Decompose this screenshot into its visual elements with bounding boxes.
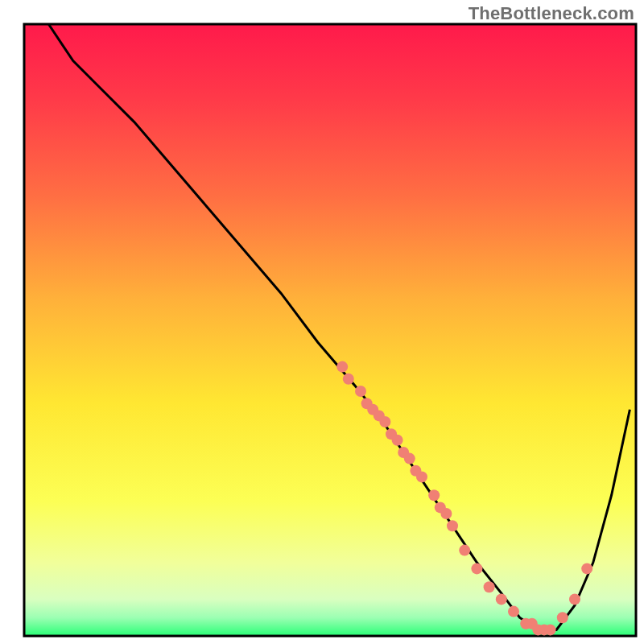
scatter-point	[404, 453, 415, 464]
scatter-point	[484, 581, 495, 592]
scatter-point	[508, 606, 519, 617]
watermark-text: TheBottleneck.com	[469, 3, 634, 24]
scatter-point	[447, 520, 458, 531]
scatter-point	[392, 435, 403, 446]
scatter-point	[581, 563, 592, 574]
scatter-point	[428, 489, 440, 501]
scatter-point	[416, 471, 427, 482]
chart-svg	[0, 0, 644, 644]
scatter-point	[496, 593, 507, 605]
scatter-point	[557, 612, 568, 623]
scatter-point	[379, 416, 390, 427]
scatter-point	[471, 563, 482, 574]
plot-background	[24, 24, 636, 636]
scatter-point	[355, 386, 366, 397]
scatter-point	[343, 374, 354, 385]
scatter-point	[459, 545, 470, 556]
chart-container: TheBottleneck.com	[0, 0, 644, 644]
scatter-point	[336, 361, 348, 373]
scatter-point	[545, 624, 556, 635]
scatter-point	[569, 593, 580, 605]
scatter-point	[440, 508, 452, 519]
